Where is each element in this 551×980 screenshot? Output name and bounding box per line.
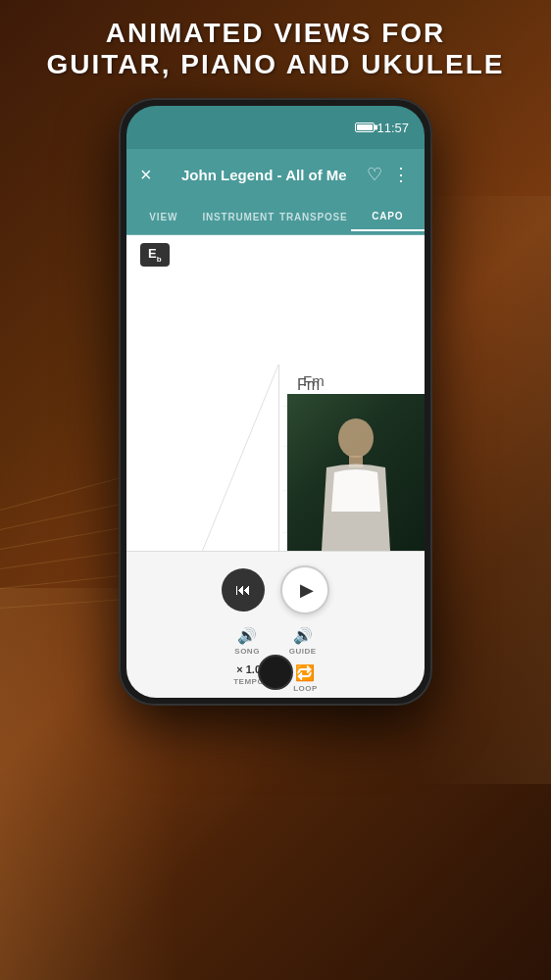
tab-bar: VIEW INSTRUMENT TRANSPOSE CAPO [126,200,425,235]
battery-fill [357,124,372,130]
vertical-divider [278,365,279,551]
svg-point-1 [338,418,374,458]
artist-photo [287,394,425,551]
close-button[interactable]: × [140,164,152,186]
loop-label: LOOP [293,684,318,693]
favorite-button[interactable]: ♡ [367,164,382,185]
song-volume[interactable]: 🔊 SONG [234,626,260,656]
song-volume-label: SONG [234,647,260,656]
phone-home-button[interactable] [258,655,293,690]
app-header: × John Legend - All of Me ♡ ⋮ [126,149,425,200]
chord-row-top: Eb Fm [126,235,425,274]
tab-capo[interactable]: CAPO [351,203,425,231]
phone-inner: 11:57 × John Legend - All of Me ♡ ⋮ VIEW… [126,106,425,698]
battery-icon [355,122,375,132]
song-title: John Legend - All of Me [162,167,367,183]
playback-row: ⏮ ▶ [126,552,425,622]
play-icon: ▶ [300,579,314,601]
headline-line2: GUITAR, PIANO AND UKULELE [0,49,551,80]
headline: ANIMATED VIEWS FOR GUITAR, PIANO AND UKU… [0,18,551,80]
headline-line1: ANIMATED VIEWS FOR [0,18,551,49]
rewind-icon: ⏮ [235,581,251,599]
tab-transpose[interactable]: TRANSPOSE [276,204,350,230]
phone-device: 11:57 × John Legend - All of Me ♡ ⋮ VIEW… [119,98,432,706]
chord-badge-eb[interactable]: Eb [140,243,170,267]
loop-icon: 🔁 [295,663,315,682]
bg-person-right [414,196,551,784]
rewind-button[interactable]: ⏮ [222,568,265,612]
play-button[interactable]: ▶ [280,565,329,614]
chord-diagram: × 3 [136,380,283,396]
artist-silhouette [307,414,405,551]
menu-button[interactable]: ⋮ [392,164,411,185]
guide-volume-icon: 🔊 [293,626,313,645]
headline-animated: ANIMATED [106,18,265,48]
status-bar: 11:57 [126,106,425,149]
loop-control[interactable]: 🔁 LOOP [293,663,318,693]
status-time: 11:57 [376,121,409,135]
song-volume-icon: 🔊 [237,626,257,645]
guide-volume-label: GUIDE [289,647,317,656]
tab-view[interactable]: VIEW [126,204,200,230]
tab-instrument[interactable]: INSTRUMENT [200,204,276,230]
guide-volume[interactable]: 🔊 GUIDE [289,626,317,656]
